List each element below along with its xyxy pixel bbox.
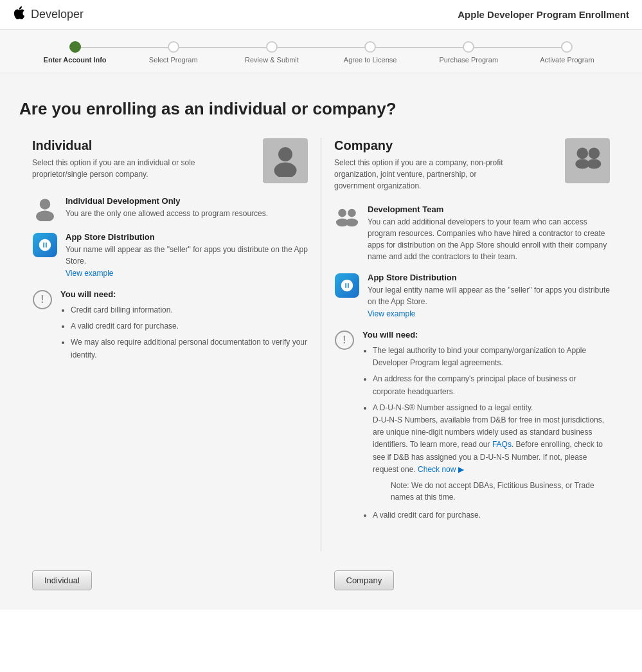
individual-dev-content: Individual Development Only You are the … (66, 196, 268, 219)
company-appstore-content: App Store Distribution Your legal entity… (368, 273, 610, 318)
individual-warning-icon: ! (32, 289, 53, 310)
header: Developer Apple Developer Program Enroll… (0, 0, 642, 30)
company-title-block: Company Select this option if you are a … (334, 138, 514, 192)
individual-needs-content: You will need: Credit card billing infor… (60, 289, 308, 365)
individual-dev-icon (32, 196, 58, 222)
company-appstore-row: App Store Distribution Your legal entity… (334, 273, 610, 318)
individual-column: Individual Select this option if you are… (19, 138, 321, 551)
company-column: Company Select this option if you are a … (321, 138, 623, 551)
dev-team-icon (334, 204, 360, 230)
individual-needs-list: Credit card billing information. A valid… (60, 304, 308, 361)
step-activate-program: Activate Program (518, 41, 616, 64)
individual-appstore-icon (32, 232, 58, 258)
company-title: Company (334, 138, 514, 153)
company-avatar-icon (565, 138, 610, 183)
appstore-icon (33, 233, 57, 257)
step-label-activate-program: Activate Program (540, 56, 594, 64)
step-purchase-program: Purchase Program (420, 41, 518, 64)
company-appstore-title: App Store Distribution (368, 273, 610, 282)
company-appstore-desc: Your legal entity name will appear as th… (368, 284, 610, 307)
svg-point-2 (40, 199, 50, 209)
company-warning-circle-icon: ! (335, 331, 354, 350)
company-appstore-icon (334, 273, 360, 298)
list-item: A valid credit card for purchase. (71, 320, 308, 332)
individual-title-block: Individual Select this option if you are… (32, 138, 212, 180)
svg-point-10 (348, 209, 356, 217)
step-dot-enter-account (69, 41, 81, 53)
svg-point-6 (588, 147, 600, 159)
list-item: A valid credit card for purchase. (373, 509, 610, 522)
individual-dev-title: Individual Development Only (66, 196, 268, 206)
company-needs-list: The legal authority to bind your company… (362, 345, 610, 476)
company-needs-title: You will need: (362, 330, 610, 340)
step-enter-account: Enter Account Info (26, 41, 124, 64)
step-label-purchase-program: Purchase Program (439, 56, 498, 64)
step-label-select-program: Select Program (149, 56, 198, 64)
individual-button-area: Individual (19, 570, 321, 590)
company-needs-content: You will need: The legal authority to bi… (362, 330, 610, 525)
apple-logo-icon (13, 6, 26, 23)
step-review-submit: Review & Submit (222, 41, 321, 64)
list-item: We may also require additional personal … (71, 336, 308, 361)
step-dot-select-program (168, 41, 179, 53)
enrollment-title: Apple Developer Program Enrollment (458, 9, 629, 20)
individual-appstore-desc: Your name will appear as the "seller" fo… (66, 244, 308, 267)
company-view-example-link[interactable]: View example (368, 309, 415, 318)
dev-team-row: Development Team You can add additional … (334, 204, 610, 262)
individual-dev-row: Individual Development Only You are the … (32, 196, 308, 222)
individual-appstore-content: App Store Distribution Your name will ap… (66, 232, 308, 278)
individual-button[interactable]: Individual (32, 570, 92, 590)
page-heading: Are you enrolling as an individual or co… (19, 99, 623, 119)
company-warning-icon: ! (334, 330, 355, 350)
individual-appstore-row: App Store Distribution Your name will ap… (32, 232, 308, 278)
step-label-enter-account: Enter Account Info (44, 56, 107, 64)
individual-subtitle: Select this option if you are an individ… (32, 157, 212, 180)
company-subtitle: Select this option if you are a company,… (334, 157, 514, 192)
progress-steps: Enter Account Info Select Program Review… (26, 41, 616, 64)
check-now-link[interactable]: Check now ▶ (418, 465, 464, 474)
progress-section: Enter Account Info Select Program Review… (0, 30, 642, 73)
svg-point-1 (274, 163, 297, 177)
svg-point-7 (587, 159, 601, 168)
company-header: Company Select this option if you are a … (334, 138, 610, 192)
company-needs-row: ! You will need: The legal authority to … (334, 330, 610, 525)
appstore-icon-company (335, 273, 359, 298)
individual-title: Individual (32, 138, 212, 153)
svg-point-11 (346, 219, 358, 227)
main-content: Are you enrolling as an individual or co… (0, 73, 642, 610)
buttons-row: Individual Company (19, 570, 623, 590)
individual-needs-row: ! You will need: Credit card billing inf… (32, 289, 308, 365)
dev-team-desc: You can add additional developers to you… (368, 216, 610, 262)
svg-point-8 (338, 209, 346, 217)
header-left: Developer (13, 6, 84, 23)
company-note: Note: We do not accept DBAs, Fictitious … (391, 480, 610, 503)
individual-view-example-link[interactable]: View example (66, 269, 113, 278)
step-dot-agree-license (364, 41, 376, 53)
svg-point-0 (278, 147, 292, 161)
step-label-review-submit: Review & Submit (245, 56, 299, 64)
list-item: An address for the company's principal p… (373, 373, 610, 397)
faqs-link[interactable]: FAQs (492, 440, 512, 449)
columns: Individual Select this option if you are… (19, 138, 623, 551)
svg-point-4 (576, 147, 588, 159)
step-label-agree-license: Agree to License (344, 56, 397, 64)
individual-avatar-icon (263, 138, 308, 183)
individual-header: Individual Select this option if you are… (32, 138, 308, 183)
svg-point-3 (36, 211, 54, 221)
company-button-area: Company (321, 570, 623, 590)
list-item: A D-U-N-S® Number assigned to a legal en… (373, 402, 610, 476)
step-dot-review-submit (266, 41, 278, 53)
dev-team-content: Development Team You can add additional … (368, 204, 610, 262)
company-needs-list-2: A valid credit card for purchase. (362, 509, 610, 522)
individual-appstore-title: App Store Distribution (66, 232, 308, 242)
list-item: The legal authority to bind your company… (373, 345, 610, 369)
dev-team-title: Development Team (368, 204, 610, 214)
individual-dev-desc: You are the only one allowed access to p… (66, 208, 268, 219)
step-dot-activate-program (561, 41, 573, 53)
list-item: Credit card billing information. (71, 304, 308, 316)
step-dot-purchase-program (463, 41, 474, 53)
developer-label: Developer (31, 8, 84, 21)
company-button[interactable]: Company (334, 570, 395, 590)
step-agree-license: Agree to License (321, 41, 420, 64)
step-select-program: Select Program (124, 41, 222, 64)
